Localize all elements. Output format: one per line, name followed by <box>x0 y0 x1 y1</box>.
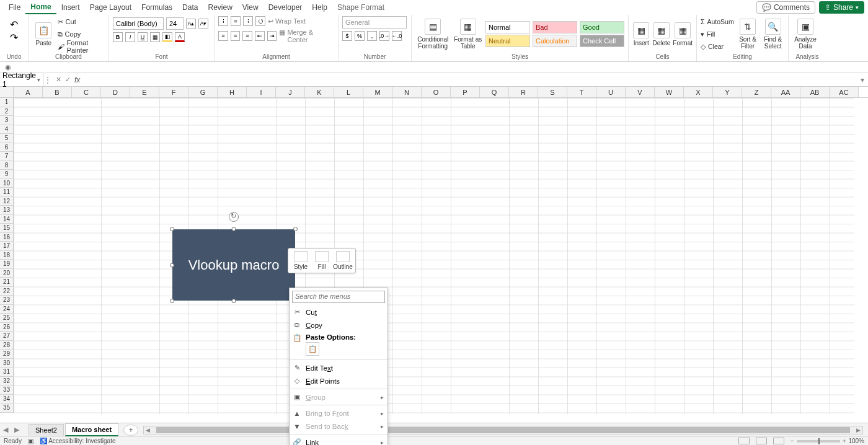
col-header-Q[interactable]: Q <box>480 87 509 97</box>
row-header-15[interactable]: 15 <box>0 224 14 233</box>
tab-view[interactable]: View <box>237 1 264 14</box>
zoom-level[interactable]: 100% <box>848 438 864 444</box>
clear-button[interactable]: ◇Clear <box>701 41 734 52</box>
row-header-25[interactable]: 25 <box>0 314 14 323</box>
col-header-X[interactable]: X <box>684 87 713 97</box>
analyze-data-button[interactable]: ▣Analyze Data <box>792 19 818 50</box>
resize-handle-nw[interactable] <box>170 227 174 231</box>
resize-handle-n[interactable] <box>232 227 236 231</box>
col-header-V[interactable]: V <box>626 87 655 97</box>
resize-handle-s[interactable] <box>232 299 236 303</box>
view-normal-button[interactable] <box>738 438 750 444</box>
copy-button[interactable]: ⧉Copy <box>58 29 105 40</box>
col-header-F[interactable]: F <box>159 87 188 97</box>
style-good[interactable]: Good <box>580 21 624 33</box>
cut-button[interactable]: ✂Cut <box>58 16 105 27</box>
col-header-I[interactable]: I <box>247 87 276 97</box>
row-header-1[interactable]: 1 <box>0 98 14 107</box>
row-header-12[interactable]: 12 <box>0 197 14 206</box>
merge-center-button[interactable]: ▦Merge & Center <box>279 29 334 43</box>
zoom-slider[interactable] <box>797 440 840 443</box>
col-header-Z[interactable]: Z <box>742 87 771 97</box>
col-header-G[interactable]: G <box>188 87 218 97</box>
font-color-button[interactable]: A <box>175 32 185 42</box>
conditional-formatting-button[interactable]: ▤Conditional Formatting <box>415 19 450 50</box>
ctx-copy[interactable]: ⧉Copy <box>290 319 388 332</box>
bold-button[interactable]: B <box>113 32 123 42</box>
row-header-17[interactable]: 17 <box>0 242 14 251</box>
style-check-cell[interactable]: Check Cell <box>580 35 624 47</box>
chevron-down-icon[interactable]: ▾ <box>37 77 40 83</box>
row-header-33[interactable]: 33 <box>0 386 14 395</box>
tab-data[interactable]: Data <box>177 1 203 14</box>
number-format-select[interactable]: General <box>342 16 407 29</box>
row-header-26[interactable]: 26 <box>0 323 14 332</box>
row-header-27[interactable]: 27 <box>0 332 14 341</box>
worksheet-grid[interactable]: ABCDEFGHIJKLMNOPQRSTUVWXYZAAABAC 1234567… <box>0 87 868 414</box>
tab-help[interactable]: Help <box>307 1 332 14</box>
row-header-31[interactable]: 31 <box>0 368 14 377</box>
tab-developer[interactable]: Developer <box>264 1 308 14</box>
row-header-3[interactable]: 3 <box>0 116 14 125</box>
row-header-4[interactable]: 4 <box>0 125 14 134</box>
row-header-20[interactable]: 20 <box>0 269 14 278</box>
tab-file[interactable]: File <box>4 1 25 14</box>
comma-format-button[interactable]: , <box>367 31 377 41</box>
delete-cells-button[interactable]: ▦Delete <box>652 22 670 46</box>
ctx-edit-points[interactable]: ◇Edit Points <box>290 374 388 387</box>
tab-page-layout[interactable]: Page Layout <box>85 1 136 14</box>
format-as-table-button[interactable]: ▦Format as Table <box>453 19 483 50</box>
share-button[interactable]: ⇪Share▾ <box>819 1 864 14</box>
col-header-R[interactable]: R <box>509 87 538 97</box>
row-header-35[interactable]: 35 <box>0 403 14 413</box>
col-header-D[interactable]: D <box>101 87 130 97</box>
row-header-24[interactable]: 24 <box>0 305 14 314</box>
resize-handle-ne[interactable] <box>293 227 298 231</box>
view-page-layout-button[interactable] <box>756 438 767 444</box>
menu-search[interactable] <box>292 291 385 303</box>
wrap-text-button[interactable]: ↩Wrap Text <box>268 17 306 25</box>
col-header-C[interactable]: C <box>72 87 101 97</box>
record-macro-icon[interactable]: ◉ <box>5 63 11 71</box>
col-header-M[interactable]: M <box>363 87 392 97</box>
row-header-9[interactable]: 9 <box>0 170 14 179</box>
sheet-tab-sheet2[interactable]: Sheet2 <box>29 424 64 436</box>
row-header-11[interactable]: 11 <box>0 188 14 197</box>
ctx-cut[interactable]: ✂Cut <box>290 306 388 319</box>
sheet-tab-macro-sheet[interactable]: Macro sheet <box>65 423 118 436</box>
formula-input[interactable] <box>84 76 857 84</box>
sheet-nav-prev[interactable]: ◀ <box>0 426 11 434</box>
enter-icon[interactable]: ✓ <box>65 76 71 84</box>
autosum-button[interactable]: ΣAutoSum <box>701 16 734 27</box>
tab-formulas[interactable]: Formulas <box>136 1 177 14</box>
ctx-link[interactable]: 🔗Link▸ <box>290 436 388 445</box>
select-all-corner[interactable] <box>0 87 14 97</box>
paste-button[interactable]: 📋Paste <box>32 22 55 46</box>
underline-button[interactable]: U <box>138 32 148 42</box>
align-right-button[interactable]: ≡ <box>242 31 252 41</box>
increase-indent-button[interactable]: ⇥ <box>267 31 277 41</box>
row-header-23[interactable]: 23 <box>0 296 14 305</box>
accessibility-status[interactable]: ♿ Accessibility: Investigate <box>40 438 116 444</box>
col-header-W[interactable]: W <box>655 87 684 97</box>
col-header-H[interactable]: H <box>218 87 247 97</box>
menu-search-input[interactable] <box>293 291 384 301</box>
align-bottom-button[interactable]: ⫶ <box>243 16 253 26</box>
row-header-30[interactable]: 30 <box>0 359 14 368</box>
col-header-A[interactable]: A <box>14 87 43 97</box>
insert-cells-button[interactable]: ▦Insert <box>632 22 650 46</box>
decrease-decimal-button[interactable]: ←.0 <box>392 31 402 41</box>
style-neutral[interactable]: Neutral <box>485 35 530 47</box>
row-header-14[interactable]: 14 <box>0 215 14 224</box>
row-header-8[interactable]: 8 <box>0 161 14 170</box>
col-header-E[interactable]: E <box>130 87 159 97</box>
decrease-font-button[interactable]: A▾ <box>198 19 208 29</box>
col-header-U[interactable]: U <box>596 87 626 97</box>
new-sheet-button[interactable]: + <box>123 425 138 436</box>
col-header-J[interactable]: J <box>276 87 305 97</box>
row-header-16[interactable]: 16 <box>0 233 14 242</box>
shape-outline-button[interactable]: Outline <box>333 251 353 270</box>
format-painter-button[interactable]: 🖌Format Painter <box>58 41 105 52</box>
increase-font-button[interactable]: A▴ <box>186 19 196 29</box>
scrollbar-thumb[interactable] <box>156 427 850 433</box>
